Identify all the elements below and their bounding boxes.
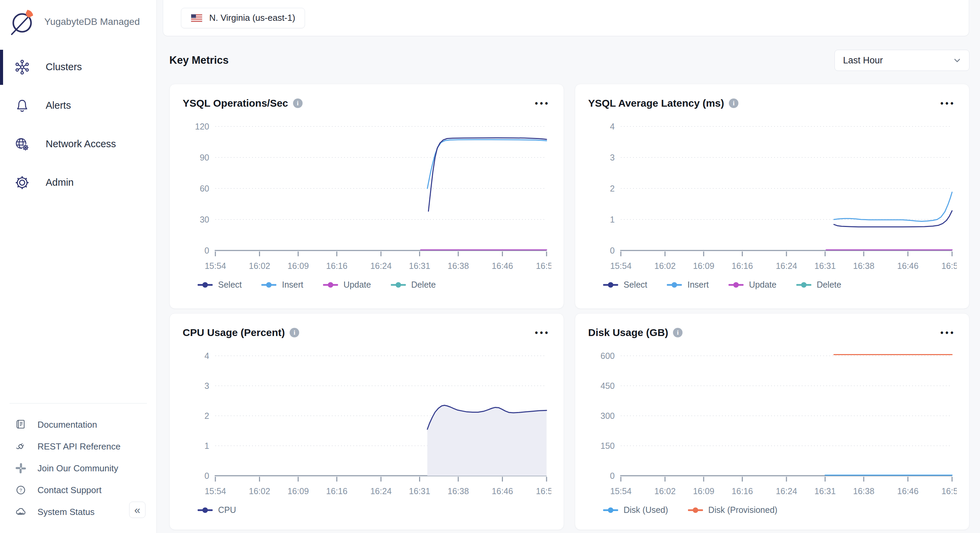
chart-card-ysql-latency: YSQL Average Latency (ms) i ••• 0123415:… bbox=[575, 84, 969, 309]
sidebar-item-alerts[interactable]: Alerts bbox=[0, 86, 156, 125]
charts-grid: YSQL Operations/Sec i ••• 030609012015:5… bbox=[169, 84, 969, 530]
legend-item-cpu[interactable]: CPU bbox=[197, 505, 236, 515]
brand-name: YugabyteDB Managed bbox=[44, 16, 140, 27]
legend-item-select[interactable]: Select bbox=[603, 280, 647, 290]
legend-label: Delete bbox=[411, 280, 436, 290]
legend-item-delete[interactable]: Delete bbox=[796, 280, 841, 290]
legend-item-update[interactable]: Update bbox=[323, 280, 371, 290]
sidebar-item-label: Admin bbox=[46, 177, 73, 188]
svg-text:16:02: 16:02 bbox=[249, 261, 270, 270]
sidebar-item-label: Clusters bbox=[46, 61, 82, 73]
svg-text:600: 600 bbox=[600, 351, 615, 361]
sidebar-link-label: REST API Reference bbox=[38, 441, 121, 452]
sidebar-link-label: Join Our Community bbox=[38, 463, 118, 474]
chart-card-cpu-usage: CPU Usage (Percent) i ••• 0123415:5416:0… bbox=[169, 313, 564, 530]
yugabyte-planet-logo-icon bbox=[8, 7, 37, 37]
svg-text:16:09: 16:09 bbox=[288, 486, 309, 496]
help-circle-icon: ? bbox=[14, 484, 27, 496]
svg-text:0: 0 bbox=[204, 246, 209, 255]
gear-icon bbox=[14, 174, 31, 191]
legend-marker-icon bbox=[688, 507, 703, 513]
sidebar-item-documentation[interactable]: Documentation bbox=[0, 414, 156, 436]
info-icon[interactable]: i bbox=[673, 328, 682, 337]
legend-item-disk-provisioned[interactable]: Disk (Provisioned) bbox=[688, 505, 778, 515]
svg-text:16:31: 16:31 bbox=[409, 261, 430, 270]
slack-icon bbox=[14, 462, 27, 475]
legend-marker-icon bbox=[197, 282, 213, 288]
chart-menu-button[interactable]: ••• bbox=[534, 99, 550, 108]
cpu-usage-chart: 0123415:5416:0216:0916:1616:2416:3116:38… bbox=[183, 349, 551, 502]
svg-text:150: 150 bbox=[600, 441, 615, 450]
svg-text:16:54: 16:54 bbox=[942, 486, 957, 496]
svg-text:16:02: 16:02 bbox=[249, 486, 270, 496]
svg-text:60: 60 bbox=[200, 184, 209, 193]
svg-text:16:24: 16:24 bbox=[371, 486, 392, 496]
sidebar-link-label: Documentation bbox=[38, 420, 97, 430]
svg-text:3: 3 bbox=[610, 153, 615, 162]
legend-marker-icon bbox=[391, 282, 406, 288]
sidebar-item-admin[interactable]: Admin bbox=[0, 163, 156, 202]
sidebar-item-rest-api-reference[interactable]: REST API Reference bbox=[0, 436, 156, 457]
chart-menu-button[interactable]: ••• bbox=[940, 328, 956, 338]
svg-text:16:54: 16:54 bbox=[942, 261, 957, 270]
svg-text:4: 4 bbox=[204, 351, 209, 361]
chevron-down-icon bbox=[952, 55, 962, 65]
legend-marker-icon bbox=[323, 282, 338, 288]
svg-text:120: 120 bbox=[195, 122, 209, 131]
svg-text:16:24: 16:24 bbox=[776, 261, 797, 270]
time-range-select[interactable]: Last Hour bbox=[835, 50, 969, 71]
chart-card-disk-usage: Disk Usage (GB) i ••• 015030045060015:54… bbox=[575, 313, 969, 530]
legend-marker-icon bbox=[729, 282, 743, 288]
legend-label: Insert bbox=[687, 280, 709, 290]
sidebar-item-clusters[interactable]: Clusters bbox=[0, 48, 156, 86]
page-title: Key Metrics bbox=[169, 54, 229, 67]
svg-text:16:16: 16:16 bbox=[326, 486, 348, 496]
svg-text:1: 1 bbox=[610, 215, 615, 224]
chart-menu-button[interactable]: ••• bbox=[534, 328, 550, 338]
region-tab[interactable]: N. Virginia (us-east-1) bbox=[181, 8, 305, 28]
legend-marker-icon bbox=[603, 282, 618, 288]
sidebar-item-label: Alerts bbox=[46, 100, 71, 111]
legend-label: Update bbox=[749, 280, 776, 290]
legend-item-delete[interactable]: Delete bbox=[391, 280, 436, 290]
svg-text:15:54: 15:54 bbox=[205, 261, 226, 270]
svg-text:16:16: 16:16 bbox=[732, 486, 753, 496]
legend-item-insert[interactable]: Insert bbox=[667, 280, 709, 290]
chart-legend: SelectInsertUpdateDelete bbox=[588, 280, 956, 290]
chart-title: CPU Usage (Percent) bbox=[183, 327, 285, 339]
info-icon[interactable]: i bbox=[290, 328, 299, 337]
legend-item-select[interactable]: Select bbox=[197, 280, 242, 290]
svg-text:?: ? bbox=[19, 488, 22, 493]
bell-icon bbox=[14, 97, 31, 114]
sidebar-link-label: System Status bbox=[38, 507, 95, 517]
svg-text:16:46: 16:46 bbox=[492, 261, 513, 270]
legend-item-insert[interactable]: Insert bbox=[261, 280, 303, 290]
sidebar-collapse-button[interactable]: « bbox=[129, 502, 145, 518]
sidebar-item-network-access[interactable]: Network Access bbox=[0, 125, 156, 163]
card-header: YSQL Average Latency (ms) i ••• bbox=[588, 84, 956, 119]
svg-text:16:24: 16:24 bbox=[371, 261, 392, 270]
svg-text:16:16: 16:16 bbox=[326, 261, 348, 270]
cloud-status-icon bbox=[14, 505, 27, 518]
plug-icon bbox=[14, 440, 27, 453]
legend-label: Insert bbox=[282, 280, 303, 290]
svg-text:16:31: 16:31 bbox=[815, 261, 836, 270]
legend-item-update[interactable]: Update bbox=[729, 280, 776, 290]
svg-text:16:09: 16:09 bbox=[288, 261, 309, 270]
legend-label: CPU bbox=[218, 505, 236, 515]
legend-label: Disk (Provisioned) bbox=[708, 505, 778, 515]
svg-text:16:46: 16:46 bbox=[897, 261, 919, 270]
sidebar-item-join-our-community[interactable]: Join Our Community bbox=[0, 457, 156, 479]
sidebar-item-contact-support[interactable]: ? Contact Support bbox=[0, 479, 156, 501]
sidebar: YugabyteDB Managed Clusters bbox=[0, 0, 157, 533]
legend-item-disk-used[interactable]: Disk (Used) bbox=[603, 505, 668, 515]
chart-legend: SelectInsertUpdateDelete bbox=[183, 280, 550, 290]
region-tabs-panel: N. Virginia (us-east-1) bbox=[163, 0, 969, 36]
legend-marker-icon bbox=[603, 507, 618, 513]
info-icon[interactable]: i bbox=[293, 99, 302, 108]
chart-title: Disk Usage (GB) bbox=[588, 327, 668, 339]
chart-title: YSQL Operations/Sec bbox=[183, 97, 288, 109]
svg-text:16:38: 16:38 bbox=[448, 486, 469, 496]
chart-menu-button[interactable]: ••• bbox=[940, 99, 956, 108]
info-icon[interactable]: i bbox=[729, 99, 738, 108]
